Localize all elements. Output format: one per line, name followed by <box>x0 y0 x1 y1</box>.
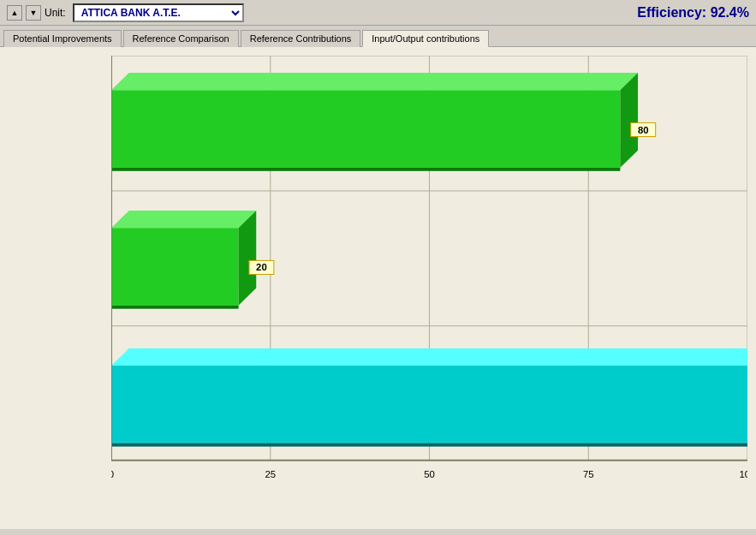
svg-text:50: 50 <box>424 469 435 479</box>
tab-io[interactable]: Input/Output contributions <box>362 30 489 47</box>
tab-comparison[interactable]: Reference Comparison <box>123 30 239 47</box>
svg-rect-13 <box>111 168 620 171</box>
toolbar-left: ▲ ▼ Unit: ATTICA BANK A.T.E. <box>7 3 244 22</box>
svg-rect-10 <box>111 90 620 168</box>
svg-text:0: 0 <box>111 469 114 479</box>
svg-text:20: 20 <box>256 263 267 273</box>
toolbar: ▲ ▼ Unit: ATTICA BANK A.T.E. Efficiency:… <box>0 0 756 26</box>
unit-select[interactable]: ATTICA BANK A.T.E. <box>73 3 244 22</box>
tabs-bar: Potential Improvements Reference Compari… <box>0 26 756 47</box>
svg-rect-27 <box>111 443 747 447</box>
svg-marker-18 <box>111 211 256 228</box>
nav-down-button[interactable]: ▼ <box>26 5 41 21</box>
tab-potential[interactable]: Potential Improvements <box>3 30 122 47</box>
svg-text:25: 25 <box>265 469 276 479</box>
efficiency-label: Efficiency: 92.4% <box>637 5 749 21</box>
chart-svg: 80 total operating expe 20 interest expe… <box>111 56 747 495</box>
svg-rect-17 <box>111 228 239 306</box>
svg-rect-20 <box>111 306 239 309</box>
chart-area: 80 total operating expe 20 interest expe… <box>0 47 756 529</box>
svg-text:75: 75 <box>583 469 594 479</box>
svg-rect-24 <box>111 366 747 443</box>
unit-label: Unit: <box>45 7 66 19</box>
tab-contributions[interactable]: Reference Contributions <box>241 30 361 47</box>
nav-up-button[interactable]: ▲ <box>7 5 22 21</box>
svg-text:100: 100 <box>740 469 747 479</box>
svg-marker-25 <box>111 348 747 366</box>
svg-marker-11 <box>111 73 638 90</box>
svg-text:80: 80 <box>638 125 649 135</box>
